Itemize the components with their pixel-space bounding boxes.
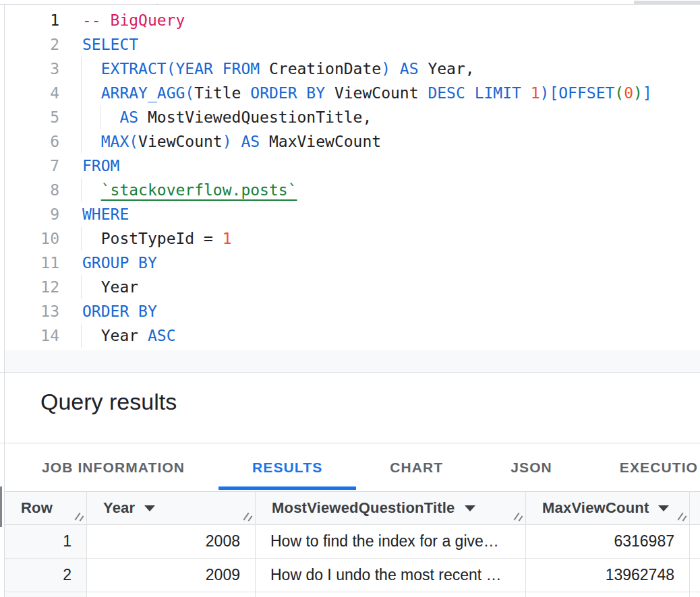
active-tab-underline [218, 486, 356, 490]
code-line: 9WHERE [5, 202, 700, 226]
sort-dropdown-icon[interactable] [144, 505, 155, 511]
column-header-label: MaxViewCount [542, 499, 649, 517]
line-number: 11 [5, 251, 59, 275]
table-header-row: RowYearMostViewedQuestionTitleMaxViewCou… [5, 492, 700, 525]
column-header-extra [690, 492, 700, 524]
column-resize-handle[interactable] [514, 512, 523, 522]
line-number: 14 [5, 323, 59, 348]
code-line: 13ORDER BY [5, 299, 700, 323]
sql-editor[interactable]: 1-- BigQuery2SELECT3 EXTRACT(YEAR FROM C… [5, 5, 700, 350]
code-text: `stackoverflow.posts` [82, 178, 297, 202]
code-text: EXTRACT(YEAR FROM CreationDate) AS Year, [82, 57, 475, 81]
code-line: 7FROM [5, 154, 700, 178]
tab-label: CHART [390, 460, 443, 476]
line-number: 6 [5, 129, 59, 154]
column-header-label: Row [21, 499, 53, 517]
indent-guide [81, 178, 82, 202]
data-cell: How do I undo the most recent … [256, 559, 526, 592]
data-cell [690, 559, 700, 592]
column-resize-handle[interactable] [75, 512, 84, 522]
data-cell [526, 592, 690, 597]
tab-json[interactable]: JSON [477, 443, 586, 491]
editor-bottom-gutter [5, 350, 700, 372]
line-number: 7 [5, 154, 59, 178]
sort-dropdown-icon[interactable] [465, 505, 475, 511]
tab-label: JOB INFORMATION [42, 460, 185, 476]
bigquery-console: 1-- BigQuery2SELECT3 EXTRACT(YEAR FROM C… [0, 0, 700, 597]
code-line: 8 `stackoverflow.posts` [5, 178, 700, 202]
table-body: 12008How to find the index for a give…63… [5, 525, 700, 597]
line-number: 4 [5, 81, 59, 105]
indent-guide [81, 323, 82, 348]
code-text: GROUP BY [82, 251, 157, 275]
code-text: -- BigQuery [82, 8, 185, 32]
indent-guide [100, 105, 100, 129]
column-header-label: MostViewedQuestionTitle [272, 499, 455, 517]
table-row: 12008How to find the index for a give…63… [5, 525, 700, 559]
indent-guide [81, 226, 82, 251]
indent-guide [81, 275, 82, 299]
column-header-mostviewedquestiontitle[interactable]: MostViewedQuestionTitle [256, 492, 526, 524]
code-text: FROM [82, 154, 119, 178]
column-header-row: Row [5, 492, 87, 524]
page-title: Query results [40, 389, 177, 415]
tab-bar: JOB INFORMATIONRESULTSCHARTJSONEXECUTIO [5, 443, 700, 491]
code-line: 10 PostTypeId = 1 [5, 226, 700, 251]
column-header-year[interactable]: Year [87, 492, 256, 524]
line-number: 2 [5, 32, 59, 57]
data-cell: 2009 [87, 559, 256, 592]
code-text: PostTypeId = 1 [82, 226, 232, 251]
column-header-maxviewcount[interactable]: MaxViewCount [526, 492, 690, 524]
indent-guide [81, 129, 82, 154]
code-line: 11GROUP BY [5, 251, 700, 275]
code-text: SELECT [82, 32, 138, 57]
column-resize-handle[interactable] [243, 512, 253, 522]
data-cell: How to find the index for a give… [256, 525, 526, 558]
data-cell: 13962748 [526, 559, 690, 592]
code-text: ARRAY_AGG(Title ORDER BY ViewCount DESC … [82, 81, 652, 105]
tab-executio[interactable]: EXECUTIO [586, 443, 700, 491]
data-cell: 6316987 [526, 525, 690, 558]
code-line: 12 Year [5, 275, 700, 299]
row-number-cell: 2 [5, 559, 87, 592]
code-lines: 1-- BigQuery2SELECT3 EXTRACT(YEAR FROM C… [5, 8, 700, 348]
code-line: 14 Year ASC [5, 323, 700, 348]
tab-label: JSON [511, 460, 552, 476]
code-text: ORDER BY [82, 299, 157, 323]
results-table: RowYearMostViewedQuestionTitleMaxViewCou… [5, 491, 700, 597]
line-number: 8 [5, 178, 59, 202]
data-cell: 2008 [87, 525, 256, 558]
line-number: 10 [5, 226, 59, 251]
indent-guide [81, 81, 82, 105]
code-line: 6 MAX(ViewCount) AS MaxViewCount [5, 129, 700, 154]
row-number-cell [5, 592, 87, 597]
table-row [5, 592, 700, 597]
tab-results[interactable]: RESULTS [218, 443, 356, 491]
column-resize-handle[interactable] [678, 512, 687, 522]
line-number: 13 [5, 299, 59, 323]
code-text: WHERE [82, 202, 129, 226]
tab-label: EXECUTIO [620, 460, 698, 476]
indent-guide [81, 57, 82, 81]
indent-guide [81, 105, 82, 129]
code-line: 4 ARRAY_AGG(Title ORDER BY ViewCount DES… [5, 81, 700, 105]
query-results-panel: Query results [5, 373, 700, 443]
line-number: 9 [5, 202, 59, 226]
tab-job-information[interactable]: JOB INFORMATION [8, 443, 218, 491]
code-text: MAX(ViewCount) AS MaxViewCount [82, 129, 381, 154]
data-cell [87, 592, 256, 597]
data-cell [256, 592, 526, 597]
tab-chart[interactable]: CHART [356, 443, 477, 491]
code-text: Year ASC [82, 323, 176, 348]
vertical-scrollbar-thumb[interactable] [0, 486, 2, 527]
data-cell [690, 525, 700, 558]
code-line: 1-- BigQuery [5, 8, 700, 32]
sort-dropdown-icon[interactable] [658, 505, 669, 511]
column-header-label: Year [103, 499, 135, 517]
line-number: 1 [5, 8, 59, 32]
code-line: 2SELECT [5, 32, 700, 57]
code-line: 3 EXTRACT(YEAR FROM CreationDate) AS Yea… [5, 57, 700, 81]
tab-label: RESULTS [252, 460, 322, 476]
code-line: 5 AS MostViewedQuestionTitle, [5, 105, 700, 129]
code-text: Year [82, 275, 138, 299]
